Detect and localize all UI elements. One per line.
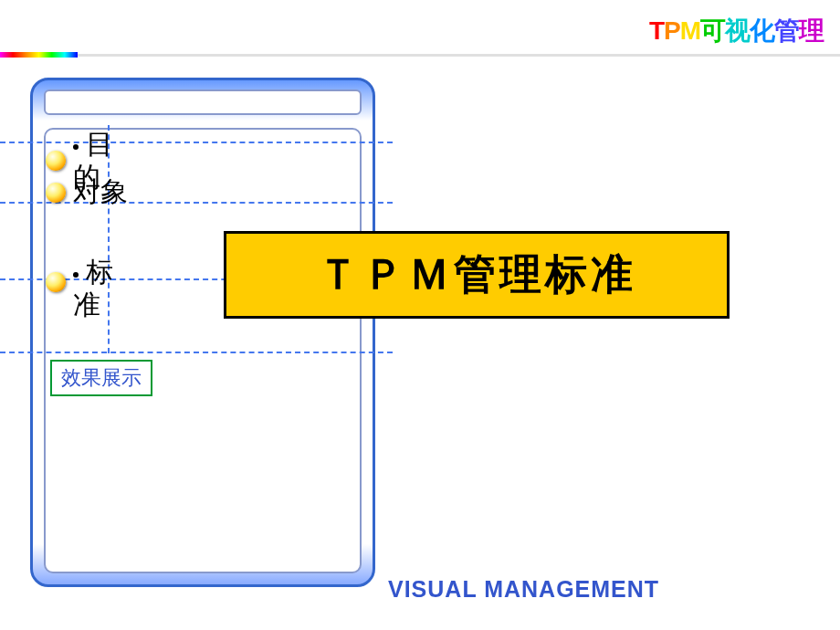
main-title-text: ＴＰＭ管理标准: [317, 247, 636, 303]
main-title-box: ＴＰＭ管理标准: [224, 231, 730, 319]
orb-icon: [46, 272, 66, 292]
section-label-results: 效果展示: [50, 360, 152, 396]
rainbow-divider: [0, 52, 78, 58]
page-header-title: TPM可视化管理: [649, 14, 824, 48]
guide-line-horizontal: [0, 142, 393, 143]
bullet-item-standard: 标准: [73, 256, 128, 321]
bullet-dot-icon: [73, 272, 79, 278]
header-divider: [78, 54, 840, 57]
card-title-slot: [44, 89, 362, 115]
bullet-item-target: 对象: [73, 175, 128, 208]
orb-icon: [46, 183, 66, 203]
guide-line-horizontal: [0, 352, 393, 353]
bullet-dot-icon: [73, 144, 79, 150]
orb-icon: [46, 151, 66, 171]
footer-label: VISUAL MANAGEMENT: [388, 576, 659, 603]
